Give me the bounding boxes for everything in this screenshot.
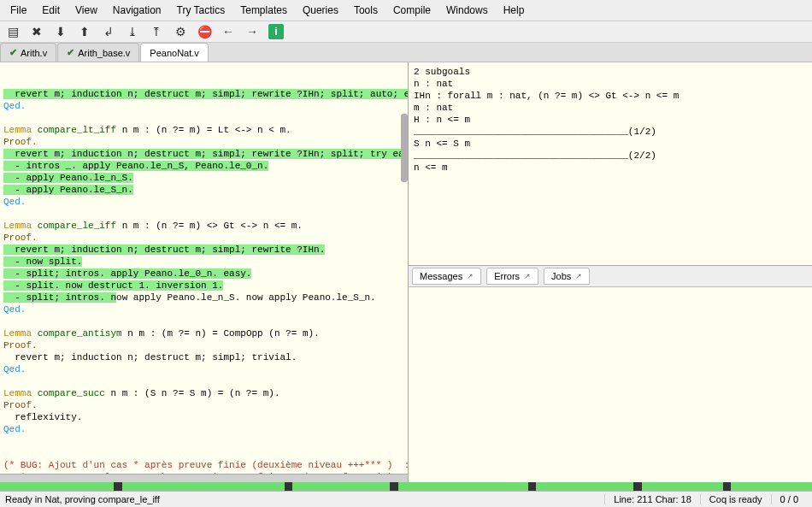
editor-line: (* BUG: Ajout d'un cas * après preuve fi…: [3, 459, 404, 471]
tab-peanonat-v[interactable]: PeanoNat.v: [140, 43, 208, 62]
main-split: revert m; induction n; destruct m; simpl…: [0, 62, 812, 482]
editor-line: [3, 435, 404, 447]
toolbar: ▤ ✖ ⬇ ⬆ ↲ ⤓ ⤒ ⚙ ⛔ ← → i: [0, 21, 812, 43]
info-icon[interactable]: i: [268, 24, 284, 39]
message-tabs: Messages↗Errors↗Jobs↗: [409, 266, 812, 287]
editor-line: [3, 208, 404, 220]
status-line-char: Line: 211 Char: 18: [604, 494, 700, 504]
detach-icon[interactable]: ↗: [575, 272, 582, 280]
status-ratio: 0 / 0: [771, 494, 807, 504]
tab-label: PeanoNat.v: [150, 48, 198, 58]
menu-queries[interactable]: Queries: [296, 2, 345, 19]
editor-line: Lemma compare_lt_iff n m : (n ?= m) = Lt…: [3, 124, 404, 136]
editor-line: Proof.: [3, 399, 404, 411]
forward-icon[interactable]: →: [244, 24, 260, 39]
editor-line: revert m; induction n; destruct m; simpl…: [3, 244, 404, 256]
editor-line: Proof.: [3, 339, 404, 351]
editor-line: Proof.: [3, 232, 404, 244]
check-icon: ✔: [9, 47, 17, 58]
scrollbar-thumb[interactable]: [401, 114, 408, 182]
gear-icon[interactable]: ⚙: [173, 24, 188, 39]
editor-line: - now split.: [3, 256, 404, 268]
menubar: FileEditViewNavigationTry TacticsTemplat…: [0, 0, 812, 21]
tab-arith-v[interactable]: ✔Arith.v: [0, 43, 56, 62]
editor-line: [3, 112, 404, 124]
goals-panel: 2 subgoals n : nat IHn : forall m : nat,…: [409, 62, 812, 266]
goto-start-icon[interactable]: ⤒: [149, 24, 164, 39]
editor-line: - apply Peano.le_S_n.: [3, 184, 404, 196]
editor-line: - split; intros. now apply Peano.le_n_S.…: [3, 292, 404, 304]
menu-view[interactable]: View: [68, 2, 104, 19]
editor-hscroll[interactable]: [0, 474, 408, 482]
menu-templates[interactable]: Templates: [233, 2, 294, 19]
editor-line: revert m; induction n; destruct m; simpl…: [3, 88, 404, 100]
editor-line: - apply Peano.le_n_S.: [3, 172, 404, 184]
editor-line: [3, 315, 404, 327]
editor-line: Lemma compare_antisym n m : (m ?= n) = C…: [3, 327, 404, 339]
editor-line: Qed.: [3, 363, 404, 375]
status-bar: Ready in Nat, proving compare_le_iff Lin…: [0, 491, 812, 507]
menu-navigation[interactable]: Navigation: [106, 2, 168, 19]
tab-label: Arith_base.v: [78, 48, 130, 58]
editor-line: - intros _. apply Peano.le_n_S, Peano.le…: [3, 160, 404, 172]
menu-windows[interactable]: Windows: [439, 2, 495, 19]
editor-line: Lemma compare_le_iff n m : (n ?= m) <> G…: [3, 220, 404, 232]
status-message: Ready in Nat, proving compare_le_iff: [5, 494, 604, 504]
detach-icon[interactable]: ↗: [524, 272, 531, 280]
msg-tab-jobs[interactable]: Jobs↗: [544, 268, 590, 285]
editor-pane: revert m; induction n; destruct m; simpl…: [0, 62, 409, 482]
check-icon: ✔: [67, 47, 74, 58]
tab-label: Arith.v: [21, 48, 47, 58]
menu-try-tactics[interactable]: Try Tactics: [170, 2, 232, 19]
msg-tab-label: Messages: [420, 271, 462, 281]
tab-arith_base-v[interactable]: ✔Arith_base.v: [57, 43, 139, 62]
right-pane: 2 subgoals n : nat IHn : forall m : nat,…: [409, 62, 812, 482]
menu-file[interactable]: File: [3, 2, 33, 19]
editor-line: revert m; induction n; destruct m; simpl…: [3, 351, 404, 363]
editor-line: Qed.: [3, 423, 404, 435]
progress-bar: [0, 482, 812, 491]
close-icon[interactable]: ✖: [29, 24, 44, 39]
editor-line: [3, 447, 404, 459]
detach-icon[interactable]: ↗: [467, 272, 474, 280]
step-right-icon[interactable]: ↲: [101, 24, 116, 39]
menu-tools[interactable]: Tools: [347, 2, 385, 19]
file-tabs: ✔Arith.v✔Arith_base.vPeanoNat.v: [0, 43, 812, 62]
status-coq: Coq is ready: [700, 494, 771, 504]
menu-help[interactable]: Help: [497, 2, 532, 19]
msg-tab-messages[interactable]: Messages↗: [412, 268, 481, 285]
editor-line: - split; intros. apply Peano.le_0_n. eas…: [3, 268, 404, 280]
editor-line: Proof.: [3, 136, 404, 148]
editor-line: - split. now destruct 1. inversion 1.: [3, 280, 404, 292]
editor-line: revert m; induction n; destruct m; simpl…: [3, 148, 404, 160]
msg-tab-label: Jobs: [551, 271, 571, 281]
editor-line: * ---> Anomaly: Uncaught exception Proof…: [3, 471, 404, 474]
up-arrow-icon[interactable]: ⬆: [77, 24, 92, 39]
down-arrow-icon[interactable]: ⬇: [53, 24, 68, 39]
msg-tab-errors[interactable]: Errors↗: [486, 268, 538, 285]
editor-line: Qed.: [3, 196, 404, 208]
editor-line: Qed.: [3, 100, 404, 112]
stop-icon[interactable]: ⛔: [197, 24, 212, 39]
back-icon[interactable]: ←: [221, 24, 236, 39]
goto-end-icon[interactable]: ⤓: [125, 24, 140, 39]
messages-area: [409, 287, 812, 483]
menu-compile[interactable]: Compile: [386, 2, 438, 19]
editor-line: Qed.: [3, 304, 404, 315]
editor-line: reflexivity.: [3, 411, 404, 423]
menu-edit[interactable]: Edit: [35, 2, 67, 19]
editor[interactable]: revert m; induction n; destruct m; simpl…: [0, 62, 408, 474]
editor-line: [3, 375, 404, 387]
save-icon[interactable]: ▤: [5, 24, 21, 39]
editor-line: Lemma compare_succ n m : (S n ?= S m) = …: [3, 387, 404, 399]
msg-tab-label: Errors: [494, 271, 520, 281]
